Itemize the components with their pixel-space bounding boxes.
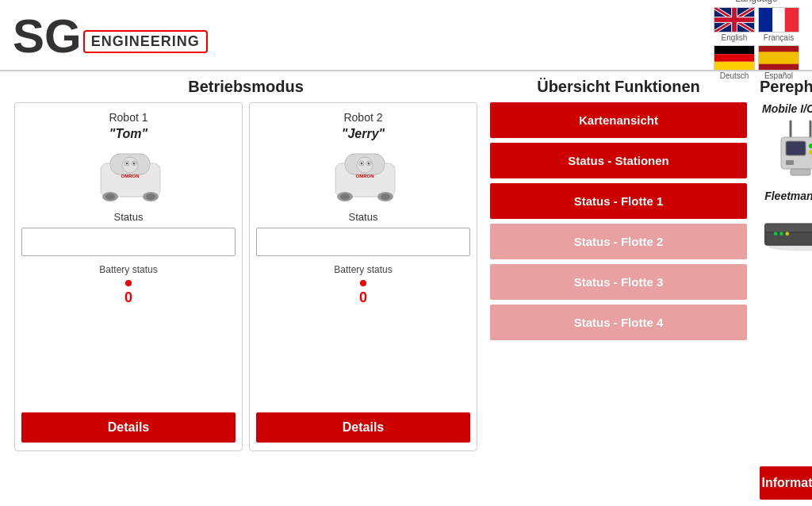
language-section: Language <box>714 0 799 80</box>
robot-1-image: OMRON <box>93 148 164 203</box>
svg-point-35 <box>368 163 370 165</box>
robot-1-battery-value: 0 <box>124 289 132 306</box>
flag-english[interactable]: English <box>714 7 755 42</box>
robot-2-nickname: "Jerry" <box>342 127 385 141</box>
svg-point-39 <box>340 194 350 200</box>
peripherie-title: Perepherie <box>760 78 812 96</box>
robot-2-image: OMRON <box>327 148 399 203</box>
flags-grid: English Français <box>714 7 799 80</box>
flag-de-icon <box>714 45 755 71</box>
robot-1-status-box <box>21 228 236 256</box>
svg-text:OMRON: OMRON <box>356 174 374 178</box>
robot-2-battery-label: Battery status <box>334 264 392 275</box>
svg-rect-16 <box>759 52 799 63</box>
svg-rect-51 <box>764 223 812 232</box>
betriebsmodus-section: Betriebsmodus Robot 1 "Tom" <box>8 78 484 500</box>
robot-1-battery-label: Battery status <box>99 264 157 275</box>
robot-2-battery-value: 0 <box>359 289 367 306</box>
flag-fr-icon <box>758 7 799 33</box>
fleetmanager-label: Fleetmanager <box>764 190 812 202</box>
robot-2-details-button[interactable]: Details <box>256 412 470 443</box>
robot-2-status-label: Status <box>349 211 378 223</box>
peripherie-inner: Perepherie Mobile I/O Box <box>760 78 812 500</box>
flag-french-label: Français <box>764 33 794 42</box>
peripherie-devices: Mobile I/O Box <box>760 102 812 466</box>
flag-english-label: English <box>722 33 748 42</box>
ubersicht-section: Übersicht Funktionen Kartenansicht Statu… <box>484 78 753 500</box>
svg-point-28 <box>146 194 155 200</box>
svg-rect-10 <box>772 8 784 33</box>
information-button[interactable]: Information <box>760 466 812 500</box>
logo-engineering: ENGINEERING <box>91 33 200 49</box>
io-box-label: Mobile I/O Box <box>762 102 812 115</box>
robot-1-status-label: Status <box>114 211 144 223</box>
robots-row: Robot 1 "Tom" <box>14 102 477 451</box>
svg-point-54 <box>785 232 789 236</box>
svg-rect-47 <box>786 160 794 165</box>
svg-rect-13 <box>714 54 754 62</box>
peripheral-io-box: Mobile I/O Box <box>760 102 812 177</box>
svg-point-40 <box>381 194 390 200</box>
funktion-status-flotte-4[interactable]: Status - Flotte 4 <box>490 305 747 340</box>
flag-german[interactable]: Deutsch <box>714 45 755 80</box>
ubersicht-title: Übersicht Funktionen <box>490 78 747 96</box>
flag-en-icon <box>714 7 755 33</box>
peripheral-fleetmanager: Fleetmanager <box>760 190 812 252</box>
robot-2-card: Robot 2 "Jerry" OMRON <box>249 102 477 451</box>
svg-rect-8 <box>714 17 754 22</box>
main-content: Betriebsmodus Robot 1 "Tom" <box>0 71 812 506</box>
robot-1-nickname: "Tom" <box>109 127 147 141</box>
robot-1-name: Robot 1 <box>109 111 147 124</box>
peripherie-section: Perepherie Mobile I/O Box <box>753 78 812 500</box>
svg-point-53 <box>779 232 783 236</box>
svg-text:OMRON: OMRON <box>121 174 140 178</box>
robot-1-details-button[interactable]: Details <box>21 412 236 443</box>
flag-es-icon <box>758 45 799 71</box>
svg-point-22 <box>126 163 128 165</box>
svg-rect-9 <box>759 8 772 33</box>
funktion-status-stationen[interactable]: Status - Stationen <box>490 143 747 178</box>
robot-2-status-box <box>256 228 470 256</box>
svg-rect-44 <box>786 141 806 155</box>
flag-french[interactable]: Français <box>758 7 799 42</box>
language-label: Language <box>714 0 799 4</box>
robot-2-name: Robot 2 <box>343 111 382 124</box>
robot-2-battery-indicator <box>360 280 366 286</box>
svg-rect-12 <box>714 46 754 55</box>
svg-point-52 <box>774 232 778 236</box>
betriebsmodus-title: Betriebsmodus <box>14 78 477 96</box>
robot-1-card: Robot 1 "Tom" <box>14 102 243 451</box>
io-box-image <box>769 121 812 177</box>
svg-rect-11 <box>785 8 799 33</box>
header: SG ENGINEERING Language <box>0 0 812 71</box>
logo-engineering-box: ENGINEERING <box>83 30 208 53</box>
svg-rect-48 <box>791 169 810 175</box>
svg-rect-14 <box>714 62 754 71</box>
robot-1-battery-indicator <box>125 280 132 286</box>
svg-point-34 <box>361 163 363 165</box>
flag-spanish[interactable]: Español <box>758 45 799 80</box>
funktion-status-flotte-1[interactable]: Status - Flotte 1 <box>490 183 747 219</box>
svg-point-23 <box>133 163 136 165</box>
funktion-kartenansicht[interactable]: Kartenansicht <box>490 102 747 138</box>
fleetmanager-image <box>761 209 812 252</box>
funktion-status-flotte-3[interactable]: Status - Flotte 3 <box>490 264 747 300</box>
svg-point-27 <box>105 194 115 200</box>
funktion-status-flotte-2[interactable]: Status - Flotte 2 <box>490 224 747 259</box>
logo-area: SG ENGINEERING <box>13 13 208 60</box>
logo-sg: SG <box>13 13 82 60</box>
